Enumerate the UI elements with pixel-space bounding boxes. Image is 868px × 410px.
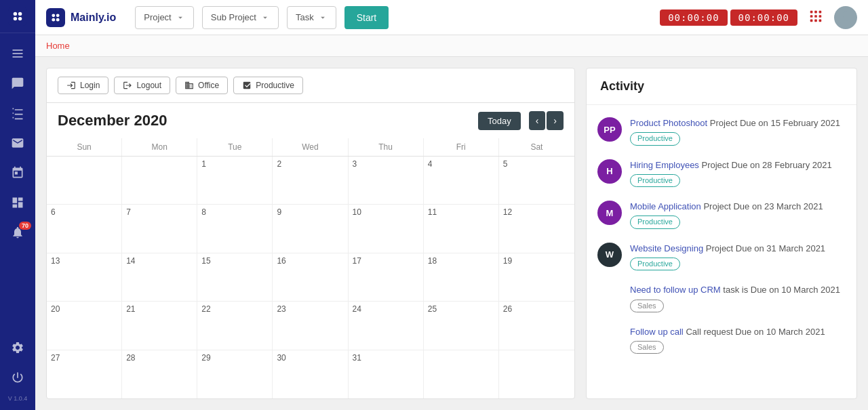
filter-logout[interactable]: Logout xyxy=(114,77,170,94)
svg-rect-18 xyxy=(814,20,817,22)
calendar-days-header: Sun Mon Tue Wed Thu Fri Sat xyxy=(47,138,574,157)
calendar-cell[interactable]: 29 xyxy=(197,350,273,398)
project-dropdown[interactable]: Project xyxy=(135,6,193,29)
timer-1: 00:00:00 xyxy=(660,9,727,26)
calendar-cell[interactable]: 16 xyxy=(273,253,348,301)
svg-rect-14 xyxy=(810,15,813,18)
task-label: Task xyxy=(296,12,314,22)
calendar-cell[interactable]: 23 xyxy=(273,302,348,349)
filter-logout-label: Logout xyxy=(136,81,161,90)
sidebar-item-notifications[interactable]: 70 xyxy=(0,219,35,246)
user-avatar[interactable] xyxy=(834,6,857,29)
svg-rect-5 xyxy=(13,53,23,54)
activity-project-link[interactable]: Mobile Application xyxy=(630,201,701,211)
sidebar-item-tasks[interactable] xyxy=(0,100,35,127)
calendar-section: Login Logout Office Productive December … xyxy=(46,68,575,399)
next-month-button[interactable]: › xyxy=(547,111,564,130)
sidebar-item-mail[interactable] xyxy=(0,129,35,157)
sub-project-dropdown[interactable]: Sub Project xyxy=(202,6,279,29)
calendar-cell[interactable]: 15 xyxy=(197,253,273,301)
calendar-cell[interactable]: 30 xyxy=(273,350,348,398)
today-button[interactable]: Today xyxy=(478,112,521,130)
calendar-cell[interactable]: 3 xyxy=(349,157,424,204)
svg-rect-6 xyxy=(13,56,23,58)
activity-description: task is Due on 10 March 2021 xyxy=(721,285,840,295)
svg-rect-13 xyxy=(819,11,822,14)
calendar-cell[interactable]: 25 xyxy=(424,302,499,349)
activity-project-link[interactable]: Hiring Employees xyxy=(630,160,699,170)
calendar-filters: Login Logout Office Productive xyxy=(47,68,574,103)
sidebar-item-chat[interactable] xyxy=(0,70,35,97)
calendar-cell[interactable]: 4 xyxy=(424,157,499,204)
calendar-cell[interactable]: 31 xyxy=(349,350,424,398)
activity-badge: Sales xyxy=(630,341,664,354)
filter-login[interactable]: Login xyxy=(58,77,108,94)
sidebar: 70 V 1.0.4 xyxy=(0,0,35,410)
calendar-title: December 2020 xyxy=(58,112,470,129)
calendar-week: 12345 xyxy=(47,157,574,205)
sidebar-item-power[interactable] xyxy=(0,364,35,391)
calendar-cell[interactable]: 14 xyxy=(122,253,197,301)
filter-productive[interactable]: Productive xyxy=(233,77,303,94)
filter-office[interactable]: Office xyxy=(176,77,228,94)
calendar-cell[interactable]: 2 xyxy=(273,157,348,204)
calendar-cell[interactable]: 7 xyxy=(122,205,197,252)
activity-badge: Productive xyxy=(630,174,680,187)
calendar-cell[interactable]: 11 xyxy=(424,205,499,252)
calendar-cell[interactable]: 6 xyxy=(47,205,122,252)
activity-avatar: W xyxy=(597,243,622,267)
activity-project-link[interactable]: Follow up call xyxy=(630,327,684,337)
activity-content: Hiring Employees Project Due on 28 Febru… xyxy=(630,159,846,188)
activity-project-link[interactable]: Product Photoshoot xyxy=(630,118,707,128)
calendar-cell[interactable]: 19 xyxy=(499,253,574,301)
sidebar-item-settings[interactable] xyxy=(0,334,35,361)
grid-view-button[interactable] xyxy=(806,6,826,28)
calendar-cell[interactable]: 22 xyxy=(197,302,273,349)
calendar-grid: Sun Mon Tue Wed Thu Fri Sat 123456789101… xyxy=(47,138,574,398)
sidebar-item-dashboard[interactable] xyxy=(0,189,35,216)
filter-productive-label: Productive xyxy=(256,81,294,90)
calendar-cell[interactable]: 17 xyxy=(349,253,424,301)
calendar-cell[interactable]: 27 xyxy=(47,350,122,398)
activity-description: Call request Due on 10 March 2021 xyxy=(684,327,825,337)
calendar-cell[interactable]: 13 xyxy=(47,253,122,301)
calendar-cell[interactable]: 5 xyxy=(499,157,574,204)
calendar-cell xyxy=(499,350,574,398)
project-label: Project xyxy=(144,12,171,22)
activity-project-link[interactable]: Need to follow up CRM xyxy=(630,285,721,295)
prev-month-button[interactable]: ‹ xyxy=(529,111,546,130)
calendar-cell[interactable]: 26 xyxy=(499,302,574,349)
activity-badge: Productive xyxy=(630,258,680,270)
notification-badge: 70 xyxy=(19,222,31,230)
calendar-body: 1234567891011121314151617181920212223242… xyxy=(47,157,574,398)
calendar-cell[interactable]: 21 xyxy=(122,302,197,349)
calendar-cell[interactable]: 24 xyxy=(349,302,424,349)
svg-rect-4 xyxy=(13,49,23,51)
svg-point-8 xyxy=(56,14,60,17)
calendar-cell[interactable]: 18 xyxy=(424,253,499,301)
home-link[interactable]: Home xyxy=(46,41,70,51)
calendar-cell[interactable]: 10 xyxy=(349,205,424,252)
activity-description: Project Due on 23 March 2021 xyxy=(701,201,823,211)
activity-list: PPProduct Photoshoot Project Due on 15 F… xyxy=(587,105,856,398)
calendar-cell[interactable]: 28 xyxy=(122,350,197,398)
app-logo xyxy=(46,8,65,27)
calendar-week: 6789101112 xyxy=(47,205,574,253)
calendar-cell[interactable]: 12 xyxy=(499,205,574,252)
sidebar-item-calendar[interactable] xyxy=(0,159,35,186)
task-dropdown[interactable]: Task xyxy=(287,6,336,29)
sub-project-label: Sub Project xyxy=(211,12,256,22)
calendar-cell[interactable]: 9 xyxy=(273,205,348,252)
day-sat: Sat xyxy=(499,138,574,156)
activity-project-link[interactable]: Website Designing xyxy=(630,243,703,253)
svg-point-0 xyxy=(14,12,17,16)
sidebar-item-menu[interactable] xyxy=(0,40,35,67)
calendar-cell[interactable]: 8 xyxy=(197,205,273,252)
start-button[interactable]: Start xyxy=(344,6,389,29)
timer-2: 00:00:00 xyxy=(730,9,797,26)
activity-item: MMobile Application Project Due on 23 Ma… xyxy=(587,194,856,236)
svg-point-21 xyxy=(840,20,852,27)
calendar-cell[interactable]: 20 xyxy=(47,302,122,349)
calendar-cell[interactable]: 1 xyxy=(197,157,273,204)
activity-avatar: M xyxy=(597,201,622,225)
